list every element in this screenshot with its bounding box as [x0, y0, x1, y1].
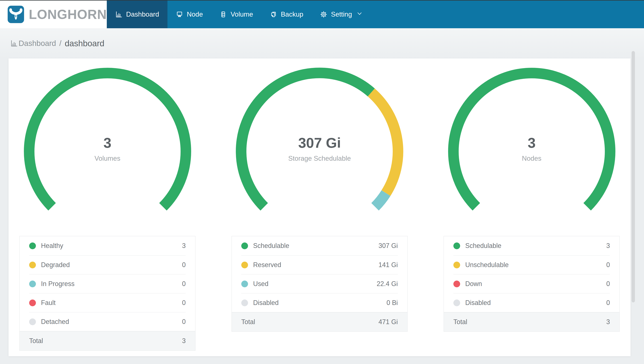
down-status-dot: [454, 280, 460, 287]
nav-item-node[interactable]: Node: [168, 0, 211, 28]
total-label: Total: [454, 318, 467, 326]
row-value: 0: [182, 299, 186, 306]
degraded-status-dot: [29, 262, 36, 268]
row-label: Disabled: [253, 299, 279, 306]
row-value: 0 Bi: [386, 299, 398, 306]
total-value: 3: [606, 318, 610, 326]
in-progress-status-dot: [29, 280, 36, 287]
row-value: 0: [182, 318, 186, 326]
storage-column: 307 Gi Storage Schedulable Schedulable 3…: [232, 68, 408, 351]
schedulable-status-dot: [241, 242, 248, 249]
gear-icon: [320, 11, 327, 18]
table-row: In Progress 0: [29, 274, 186, 293]
nav-item-setting[interactable]: Setting: [312, 0, 371, 28]
table-row: Used 22.4 Gi: [241, 274, 398, 293]
main-nav: Dashboard Node Volume Backup Setting: [107, 0, 371, 28]
row-label: Unschedulable: [465, 261, 508, 269]
storage-gauge-arc: [236, 68, 404, 213]
volumes-legend-table: Healthy 3 Degraded 0 In Progress 0: [19, 236, 196, 351]
disabled-status-dot: [454, 300, 460, 306]
brand-name: LONGHORN: [29, 7, 107, 22]
row-value: 0: [606, 299, 610, 306]
brand-logo[interactable]: LONGHORN: [0, 0, 107, 28]
chevron-down-icon: [356, 10, 363, 18]
database-icon: [220, 11, 227, 18]
table-row: Schedulable 307 Gi: [241, 236, 398, 255]
row-label: Disabled: [465, 299, 491, 306]
row-label: Down: [465, 280, 482, 288]
table-row: Reserved 141 Gi: [241, 255, 398, 274]
bar-chart-icon: [115, 11, 122, 18]
total-value: 3: [182, 337, 186, 345]
longhorn-bull-icon: [8, 5, 24, 24]
detached-status-dot: [29, 318, 36, 325]
row-label: Schedulable: [465, 242, 501, 250]
row-label: Reserved: [253, 261, 281, 269]
total-label: Total: [241, 318, 255, 326]
nav-label: Node: [187, 10, 203, 18]
fault-status-dot: [29, 300, 36, 306]
row-label: Degraded: [41, 261, 70, 269]
row-label: Schedulable: [253, 242, 289, 250]
nav-label: Backup: [281, 10, 303, 18]
table-row: Disabled 0 Bi: [241, 293, 398, 312]
volumes-gauge-arc: [24, 68, 191, 213]
nodes-gauge-arc: [448, 68, 616, 213]
volumes-column: 3 Volumes Healthy 3 Degraded 0: [19, 68, 196, 351]
row-label: Detached: [41, 318, 69, 326]
storage-legend-table: Schedulable 307 Gi Reserved 141 Gi Used …: [232, 236, 408, 332]
breadcrumb: Dashboard / dashboard: [0, 28, 644, 58]
total-label: Total: [29, 337, 43, 345]
breadcrumb-section[interactable]: Dashboard: [18, 39, 56, 48]
nodes-column: 3 Nodes Schedulable 3 Unschedulable 0: [444, 68, 620, 351]
schedulable-status-dot: [454, 242, 460, 249]
gauge-columns: 3 Volumes Healthy 3 Degraded 0: [19, 68, 620, 351]
row-value: 307 Gi: [378, 242, 398, 250]
storage-gauge: 307 Gi Storage Schedulable: [236, 68, 404, 213]
table-total-row: Total 3: [444, 312, 620, 332]
row-value: 0: [606, 280, 610, 288]
table-row: Schedulable 3: [454, 236, 610, 255]
row-value: 3: [182, 242, 186, 250]
dashboard-card: 3 Volumes Healthy 3 Degraded 0: [8, 58, 630, 356]
row-value: 0: [182, 280, 186, 288]
table-row: Healthy 3: [29, 236, 186, 255]
breadcrumb-separator: /: [59, 39, 62, 48]
nav-item-volume[interactable]: Volume: [211, 0, 261, 28]
total-value: 471 Gi: [378, 318, 398, 326]
nav-item-backup[interactable]: Backup: [262, 0, 312, 28]
copy-icon: [270, 11, 277, 18]
row-label: Used: [253, 280, 268, 288]
table-row: Degraded 0: [29, 255, 186, 274]
nav-item-dashboard[interactable]: Dashboard: [107, 0, 168, 28]
row-value: 22.4 Gi: [377, 280, 398, 288]
bar-chart-icon: [10, 40, 18, 47]
monitor-icon: [176, 11, 183, 18]
table-row: Disabled 0: [454, 293, 610, 312]
table-row: Unschedulable 0: [454, 255, 610, 274]
reserved-status-dot: [241, 262, 248, 268]
healthy-status-dot: [29, 242, 36, 249]
row-label: Healthy: [41, 242, 63, 250]
table-row: Down 0: [454, 274, 610, 293]
used-status-dot: [241, 280, 248, 287]
nav-label: Dashboard: [126, 10, 159, 18]
disabled-status-dot: [241, 300, 248, 306]
row-value: 0: [606, 261, 610, 269]
nav-label: Setting: [331, 10, 352, 18]
unschedulable-status-dot: [454, 262, 460, 268]
table-row: Fault 0: [29, 293, 186, 312]
row-value: 0: [182, 261, 186, 269]
longhorn-dashboard-screen: LONGHORN Dashboard Node Volume Backup Se…: [0, 0, 644, 364]
table-total-row: Total 471 Gi: [232, 312, 407, 332]
table-row: Detached 0: [29, 312, 186, 331]
nav-label: Volume: [230, 10, 253, 18]
row-label: Fault: [41, 299, 56, 306]
breadcrumb-current-page: dashboard: [65, 38, 104, 48]
nodes-gauge: 3 Nodes: [448, 68, 616, 213]
row-label: In Progress: [41, 280, 74, 288]
row-value: 3: [606, 242, 610, 250]
vertical-scrollbar-thumb[interactable]: [632, 51, 635, 302]
nodes-legend-table: Schedulable 3 Unschedulable 0 Down 0: [444, 236, 620, 332]
volumes-gauge: 3 Volumes: [24, 68, 191, 213]
